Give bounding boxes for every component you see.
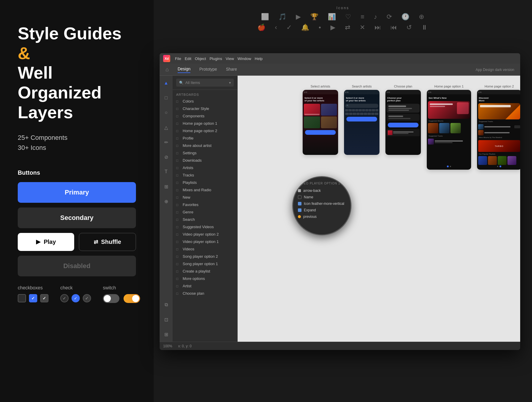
artboard-label-plan: Choose plan [394,85,412,88]
icon-square: ⬜ [261,13,270,21]
search-icon: 🔍 [179,81,184,85]
layer-choose-plan[interactable]: □ Choose plan [173,290,237,297]
tool-rectangle[interactable]: □ [162,93,171,102]
tab-design[interactable]: Design [178,67,191,73]
mini-info [393,132,419,134]
zoom-icon-arrow-back [298,189,301,192]
layer-profile[interactable]: □ Profile [173,134,237,142]
checkmark-dark-icon: ✓ [43,296,46,301]
layer-name-settings: Settings [183,151,197,155]
layer-more-artist[interactable]: □ More about artist [173,142,237,149]
icons-label: Icons [154,6,532,10]
menu-edit[interactable]: Edit [185,56,191,61]
home1-track-title [430,103,453,105]
layer-video-player-2[interactable]: □ Video player option 2 [173,231,237,238]
layer-character-style[interactable]: □ Character Style [173,105,237,112]
check-dark[interactable]: ✓ [83,294,91,302]
layer-components[interactable]: □ Components [173,112,237,120]
layer-icon-video1: □ [176,240,180,244]
layer-artists[interactable]: □ Artists [173,164,237,171]
layer-new[interactable]: □ New [173,194,237,201]
icon-row-2: 🍎 ‹ ✓ 🔔 • ▶ ⇄ ✕ ⏭ ⏮ ↺ ⏸ [154,24,532,31]
layer-name-videos: Videos [183,247,194,251]
layer-playlists[interactable]: □ Playlists [173,179,237,186]
layer-downloads[interactable]: □ Downloads [173,157,237,164]
layers-search: 🔍 All Items ▾ [173,76,237,90]
tool-triangle[interactable]: △ [162,123,171,132]
key [355,109,358,111]
shuffle-button[interactable]: ⇄ Shuffle [79,233,136,251]
layer-settings[interactable]: □ Settings [173,149,237,157]
plan-title: Choose yourperfect plan [385,94,421,103]
layer-favorites[interactable]: □ Favorites [173,201,237,208]
secondary-button[interactable]: Secondary [18,208,136,228]
tool-artboard[interactable]: ⊞ [162,182,171,191]
checkbox-checked-blue[interactable]: ✓ [29,294,37,302]
check-unchecked[interactable]: ✓ [60,294,69,302]
artboard-select-artists: Select artrists 9:41 Select 3 or moreof … [303,85,338,155]
menu-window[interactable]: Window [238,56,251,61]
layer-video-player-1[interactable]: □ Video player option 1 [173,238,237,245]
checkbox-unchecked[interactable] [18,294,26,302]
layer-icon-components: □ [176,114,180,118]
tool-assets[interactable]: ⊡ [162,315,171,324]
tool-text[interactable]: T [162,167,171,176]
layer-name-search: Search [183,217,195,222]
switch-on[interactable] [124,294,140,303]
layer-home2[interactable]: □ Home page option 2 [173,127,237,134]
layer-mixes[interactable]: □ Mixes and Radio [173,186,237,194]
search-input-container[interactable]: 🔍 All Items ▾ [176,79,234,87]
checkboxes-group: checkboxes ✓ ✓ [18,285,48,302]
home2-tarbo-label: TARBO [495,145,503,147]
layer-song-player-2[interactable]: □ Song player option 2 [173,253,237,260]
layer-home1[interactable]: □ Home page option 1 [173,120,237,127]
play-shuffle-row: Play ⇄ Shuffle [18,233,136,251]
check-marks-row: ✓ ✓ ✓ [60,294,91,302]
plan-detail [388,108,412,109]
key [352,109,355,111]
layer-artist[interactable]: □ Artist [173,282,237,290]
layer-icon-home1: □ [176,121,180,126]
layer-song-player-1[interactable]: □ Song player option 1 [173,260,237,268]
icon-apple: 🍎 [257,24,266,31]
xd-toolbar: ⌂ Design Prototype Share App Design dark… [160,64,520,76]
tool-brush[interactable]: ⊘ [162,153,171,161]
tab-share[interactable]: Share [226,67,237,73]
screen-statusbar-2: 9:41 [344,90,379,94]
primary-button[interactable]: Primary [18,182,136,203]
layer-genre[interactable]: □ Genre [173,208,237,216]
switch-off[interactable] [103,294,119,303]
menu-plugins[interactable]: Plugins [210,56,222,61]
layer-search[interactable]: □ Search [173,216,237,223]
checkbox-checked-dark[interactable]: ✓ [40,294,48,302]
menu-view[interactable]: View [226,56,234,61]
layer-tracks[interactable]: □ Tracks [173,171,237,179]
home2-track-info-2 [484,132,520,133]
home-icon[interactable]: ⌂ [166,67,169,73]
tool-plugins-icon[interactable]: ⊞ [162,330,171,339]
tab-prototype[interactable]: Prototype [199,67,217,73]
tool-select[interactable]: ▲ [162,79,171,87]
layer-colors[interactable]: □ Colors [173,98,237,105]
xd-canvas[interactable]: VIDEO PLAYER OPTION 1 arrow-back Name Ic… [238,76,520,342]
tool-layers[interactable]: ⧉ [162,300,171,309]
tool-ellipse[interactable]: ○ [162,108,171,117]
tool-zoom[interactable]: ⊕ [162,197,171,206]
search-icon-mini: 🔍 [346,105,349,107]
layer-videos[interactable]: □ Videos [173,245,237,253]
menu-help[interactable]: Help [255,56,263,61]
play-button[interactable]: Play [18,233,74,251]
layer-suggested-videos[interactable]: □ Suggested Videos [173,223,237,231]
tool-pen[interactable]: ✏ [162,138,171,147]
menu-file[interactable]: File [175,56,181,61]
zoom-item-name: Name [298,194,346,200]
home2-time: 9:41 [478,91,482,93]
layer-more-options[interactable]: □ More options [173,275,237,282]
zoom-circle: VIDEO PLAYER OPTION 1 arrow-back Name Ic… [292,176,351,235]
menu-object[interactable]: Object [195,56,206,61]
plan-statusbar: 9:41 [385,90,421,94]
check-blue[interactable]: ✓ [72,294,80,302]
layer-create-playlist[interactable]: □ Create a playlist [173,268,237,275]
home2-popular-playlists: Our Popular Playlists [477,153,520,156]
screen-home1: 9:41 See What's New Sug [427,90,471,170]
